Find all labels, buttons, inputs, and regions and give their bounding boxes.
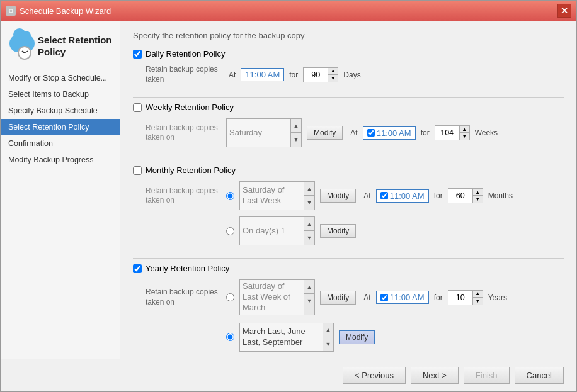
yearly-modify2-button[interactable]: Modify — [339, 330, 375, 344]
weekly-for-label: for — [421, 128, 430, 137]
weekly-day-scroll-down[interactable]: ▼ — [291, 133, 301, 147]
yearly-spinner-up[interactable]: ▲ — [472, 291, 483, 298]
yearly-option2-down[interactable]: ▼ — [323, 337, 333, 351]
monthly-unit: Months — [488, 191, 513, 200]
cancel-button[interactable]: Cancel — [515, 367, 564, 384]
yearly-option2-combo: March Last, June Last, September ▲ ▼ — [239, 323, 334, 352]
yearly-spinner-down[interactable]: ▼ — [472, 298, 483, 305]
yearly-checkbox-label[interactable]: Yearly Retention Policy — [133, 264, 564, 273]
yearly-option1-value[interactable]: Saturday of Last Week of March — [239, 279, 304, 315]
close-button[interactable]: ✕ — [557, 4, 571, 18]
monthly-checkbox[interactable] — [133, 166, 142, 175]
weekly-spinner-up[interactable]: ▲ — [459, 126, 469, 133]
monthly-time-checked: 11:00 AM — [380, 191, 425, 201]
main-content: Specify the retention policy for the bac… — [120, 21, 576, 359]
yearly-option1-down[interactable]: ▼ — [304, 294, 314, 308]
monthly-option2-scroll: ▲ ▼ — [304, 216, 315, 245]
finish-button[interactable]: Finish — [464, 367, 510, 384]
monthly-spinner-btns: ▲ ▼ — [472, 189, 483, 203]
sidebar: Select Retention Policy Modify or Stop a… — [1, 21, 120, 359]
monthly-option2-down[interactable]: ▼ — [304, 231, 314, 245]
monthly-option2-up[interactable]: ▲ — [304, 217, 314, 231]
daily-time-display[interactable]: 11:00 AM — [241, 68, 284, 81]
weekly-day-scroll-up[interactable]: ▲ — [291, 119, 301, 133]
weekly-checkbox[interactable] — [133, 103, 142, 112]
monthly-months-input[interactable] — [448, 190, 472, 201]
monthly-spinner: ▲ ▼ — [448, 188, 483, 203]
weekly-at-label: At — [350, 128, 357, 137]
monthly-option2-value[interactable]: On day(s) 1 — [239, 216, 304, 245]
title-bar-left: ⚙ Schedule Backup Wizard — [6, 6, 111, 16]
yearly-time-checkbox[interactable] — [380, 294, 388, 301]
daily-time-value: 11:00 AM — [245, 70, 280, 79]
weekly-checkbox-label[interactable]: Weekly Retention Policy — [133, 103, 564, 112]
sidebar-item-modify-stop[interactable]: Modify or Stop a Schedule... — [1, 70, 120, 86]
daily-row-label: Retain backup copies taken — [146, 65, 221, 84]
weekly-weeks-input[interactable] — [435, 127, 459, 138]
weekly-day-scroll: ▲ ▼ — [290, 118, 302, 147]
weekly-spinner-down[interactable]: ▼ — [459, 133, 469, 140]
daily-policy-row: Retain backup copies taken At 11:00 AM f… — [146, 62, 564, 87]
yearly-radio1[interactable] — [226, 293, 234, 301]
daily-days-input[interactable] — [304, 69, 328, 81]
sidebar-item-specify-schedule[interactable]: Specify Backup Schedule — [1, 103, 120, 119]
monthly-row-label: Retain backup copies taken on — [146, 186, 221, 206]
yearly-radio2[interactable] — [226, 333, 234, 341]
monthly-radio1[interactable] — [226, 192, 234, 200]
weekly-time-checkbox[interactable] — [367, 129, 375, 137]
monthly-spinner-up[interactable]: ▲ — [472, 189, 483, 196]
yearly-spinner: ▲ ▼ — [448, 290, 483, 305]
daily-spinner-down[interactable]: ▼ — [328, 75, 338, 82]
yearly-for-label: for — [434, 293, 443, 302]
monthly-radio2[interactable] — [226, 227, 234, 235]
yearly-time-value: 11:00 AM — [390, 293, 425, 302]
sidebar-item-select-retention[interactable]: Select Retention Policy — [1, 119, 120, 135]
monthly-modify1-button[interactable]: Modify — [320, 189, 356, 203]
monthly-option1-down[interactable]: ▼ — [304, 196, 314, 210]
yearly-section: Yearly Retention Policy Retain backup co… — [133, 264, 564, 354]
monthly-option1-value[interactable]: Saturday of Last Week — [239, 181, 304, 210]
weekly-row-label: Retain backup copies taken on — [146, 123, 221, 143]
previous-button[interactable]: < Previous — [343, 367, 406, 384]
main-subtitle: Specify the retention policy for the bac… — [133, 31, 564, 40]
monthly-option1-up[interactable]: ▲ — [304, 182, 314, 196]
daily-checkbox-label[interactable]: Daily Retention Policy — [133, 49, 564, 59]
app-icon: ⚙ — [6, 6, 16, 16]
daily-checkbox[interactable] — [133, 50, 142, 59]
next-button[interactable]: Next > — [411, 367, 459, 384]
monthly-option1-scroll: ▲ ▼ — [304, 181, 315, 210]
monthly-time-checkbox[interactable] — [380, 192, 388, 199]
yearly-option2-value[interactable]: March Last, June Last, September — [239, 323, 323, 352]
yearly-option1-scroll: ▲ ▼ — [304, 279, 315, 315]
daily-at-label: At — [229, 70, 236, 79]
monthly-for-label: for — [434, 191, 443, 200]
sidebar-heading: Select Retention Policy — [38, 34, 112, 59]
monthly-time-display[interactable]: 11:00 AM — [376, 189, 429, 203]
yearly-unit: Years — [488, 293, 507, 302]
monthly-spinner-down[interactable]: ▼ — [472, 196, 483, 203]
monthly-checkbox-label[interactable]: Monthly Retention Policy — [133, 165, 564, 175]
yearly-years-input[interactable] — [448, 292, 472, 303]
weekly-modify-button[interactable]: Modify — [307, 126, 343, 140]
sidebar-item-select-items[interactable]: Select Items to Backup — [1, 86, 120, 103]
yearly-modify1-button[interactable]: Modify — [320, 291, 356, 305]
sidebar-item-modify-progress[interactable]: Modify Backup Progress — [1, 152, 120, 168]
weekly-time-checked: 11:00 AM — [367, 128, 411, 138]
daily-unit: Days — [343, 70, 360, 79]
daily-spinner-up[interactable]: ▲ — [328, 68, 338, 75]
weekly-unit: Weeks — [475, 128, 498, 137]
monthly-at-label: At — [363, 191, 370, 200]
window-title: Schedule Backup Wizard — [20, 6, 111, 16]
yearly-option1-up[interactable]: ▲ — [304, 280, 314, 294]
sidebar-item-confirmation[interactable]: Confirmation — [1, 135, 120, 152]
app-logo-icon — [8, 32, 31, 60]
yearly-checkbox[interactable] — [133, 264, 142, 273]
yearly-option2-scroll: ▲ ▼ — [323, 323, 334, 352]
weekly-day-value[interactable]: Saturday — [226, 118, 290, 147]
yearly-time-checked: 11:00 AM — [380, 293, 425, 302]
weekly-time-display[interactable]: 11:00 AM — [363, 126, 416, 140]
monthly-modify2-button[interactable]: Modify — [320, 224, 356, 238]
yearly-option2-up[interactable]: ▲ — [323, 323, 333, 337]
yearly-time-display[interactable]: 11:00 AM — [376, 291, 429, 304]
daily-for-label: for — [289, 70, 298, 79]
